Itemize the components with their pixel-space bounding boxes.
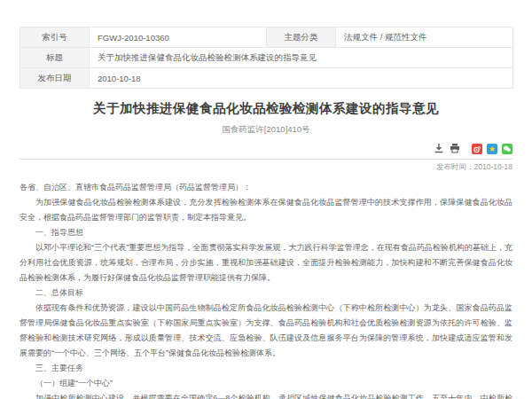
qzone-share-button[interactable]: ★: [487, 144, 497, 154]
document-number: 国食药监许[2010]410号: [20, 124, 512, 136]
wechat-share-button[interactable]: [502, 144, 512, 154]
metadata-table: 索引号 FGWJ-2010-10360 主题分类 法规文件 / 规范性文件 标题…: [20, 27, 513, 89]
publish-date-value: 2010-10-18: [90, 68, 513, 89]
weibo-icon: [473, 141, 481, 157]
print-icon: [450, 141, 460, 157]
download-icon: [434, 141, 444, 157]
download-button[interactable]: [433, 143, 444, 154]
table-row: 索引号 FGWJ-2010-10360 主题分类 法规文件 / 规范性文件: [20, 27, 513, 48]
table-row: 发布日期 2010-10-18: [20, 68, 513, 89]
index-number-value: FGWJ-2010-10360: [90, 27, 267, 48]
weibo-share-button[interactable]: [472, 144, 482, 154]
divider: [20, 159, 512, 160]
document-page: 索引号 FGWJ-2010-10360 主题分类 法规文件 / 规范性文件 标题…: [20, 27, 512, 399]
paragraph: 为加强保健食品化妆品检验检测体系建设，充分发挥检验检测体系在保健食品化妆品监督管…: [20, 195, 512, 225]
salutation: 各省、自治区、直辖市食品药品监督管理局（药品监督管理局）：: [20, 180, 512, 195]
paragraph: 加强中检所检测中心建设，并根据需要在全国确定6—8个检验机构，承担区域性保健食品…: [20, 391, 512, 399]
paragraph: 以邓小平理论和“三个代表”重要思想为指导，全面贯彻落实科学发展观，大力践行科学监…: [20, 240, 512, 286]
section-heading: 二、总体目标: [20, 286, 512, 301]
table-row: 标题 关于加快推进保健食品化妆品检验检测体系建设的指导意见: [20, 48, 513, 68]
toolbar: ★: [20, 143, 512, 154]
wechat-icon: [503, 141, 512, 157]
category-label: 主题分类: [267, 27, 336, 48]
section-heading: 一、指导思想: [20, 225, 512, 240]
article-body: 各省、自治区、直辖市食品药品监督管理局（药品监督管理局）： 为加强保健食品化妆品…: [20, 180, 512, 399]
subsection-heading: （一）组建“一个中心”: [20, 376, 512, 391]
publish-date-label: 发布日期: [20, 68, 90, 89]
category-value: 法规文件 / 规范性文件: [336, 27, 513, 48]
title-label: 标题: [20, 48, 90, 68]
publish-time: 发布时间：2010-10-18: [20, 162, 512, 173]
index-number-label: 索引号: [20, 27, 90, 48]
print-button[interactable]: [449, 143, 460, 154]
section-heading: 三、主要任务: [20, 361, 512, 376]
title-value: 关于加快推进保健食品化妆品检验检测体系建设的指导意见: [90, 48, 513, 68]
paragraph: 依据现有条件和优势资源，建设以中国药品生物制品检定所食品化妆品检验检测中心（下称…: [20, 301, 512, 361]
qzone-star-icon: ★: [489, 144, 496, 154]
page-title: 关于加快推进保健食品化妆品检验检测体系建设的指导意见: [20, 100, 512, 117]
